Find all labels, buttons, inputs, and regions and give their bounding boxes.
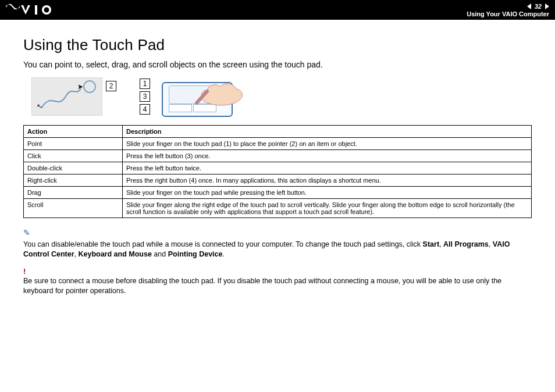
section-title: Using Your VAIO Computer [467,10,549,17]
table-row: Right-clickPress the right button (4) on… [24,174,532,187]
cell-desc: Press the right button (4) once. In many… [123,174,532,187]
table-head-row: Action Description [24,126,532,138]
cell-desc: Slide your finger on the touch pad (1) t… [123,138,532,150]
svg-rect-0 [35,5,37,15]
illustration-row: ↖ ➤ 2 1 3 4 [31,77,532,119]
note-text: You can disable/enable the touch pad whi… [23,240,510,258]
table-row: ClickPress the left button (3) once. [24,150,532,162]
header-bar: 32 Using Your VAIO Computer [0,0,555,20]
col-description: Description [123,126,532,138]
callout-3: 3 [140,91,150,102]
table-row: DragSlide your finger on the touch pad w… [24,187,532,199]
warning-note: ! Be sure to connect a mouse before disa… [23,266,532,296]
cell-desc: Slide your finger on the touch pad while… [123,187,532,199]
cell-action: Double-click [24,162,123,174]
cursor-large-icon: ➤ [77,83,83,91]
svg-point-2 [44,8,49,13]
cell-action: Point [24,138,123,150]
touchpad-diagram [158,77,240,119]
page-navigator: 32 [527,3,549,10]
col-action: Action [24,126,123,138]
tip-note: ✎ You can disable/enable the touch pad w… [23,227,532,259]
note-icon: ✎ [23,227,30,238]
callout-2: 2 [106,81,116,91]
cell-desc: Slide your finger along the right edge o… [123,199,532,218]
cursor-screenshot: ↖ ➤ [31,77,102,116]
table-row: Double-clickPress the left button twice. [24,162,532,174]
warning-text: Be sure to connect a mouse before disabl… [23,277,501,295]
cell-action: Right-click [24,174,123,187]
prev-page-icon[interactable] [527,3,531,9]
callout-4: 4 [140,104,150,115]
cell-action: Scroll [24,199,123,218]
hand-icon [193,74,246,109]
next-page-icon[interactable] [545,3,549,9]
page-title: Using the Touch Pad [23,36,532,54]
table-row: ScrollSlide your finger along the right … [24,199,532,218]
page-number: 32 [535,3,542,10]
callout-column: 1 3 4 [140,79,150,115]
page-content: Using the Touch Pad You can point to, se… [0,20,555,296]
header-right: 32 Using Your VAIO Computer [467,3,549,17]
magnifier-icon [83,80,96,93]
cell-action: Drag [24,187,123,199]
cell-desc: Press the left button twice. [123,162,532,174]
cell-action: Click [24,150,123,162]
callout-1: 1 [140,79,150,89]
cell-desc: Press the left button (3) once. [123,150,532,162]
actions-table: Action Description PointSlide your finge… [23,125,532,218]
vaio-logo [6,4,69,16]
warning-icon: ! [23,266,532,277]
table-row: PointSlide your finger on the touch pad … [24,138,532,150]
intro-text: You can point to, select, drag, and scro… [23,60,532,69]
